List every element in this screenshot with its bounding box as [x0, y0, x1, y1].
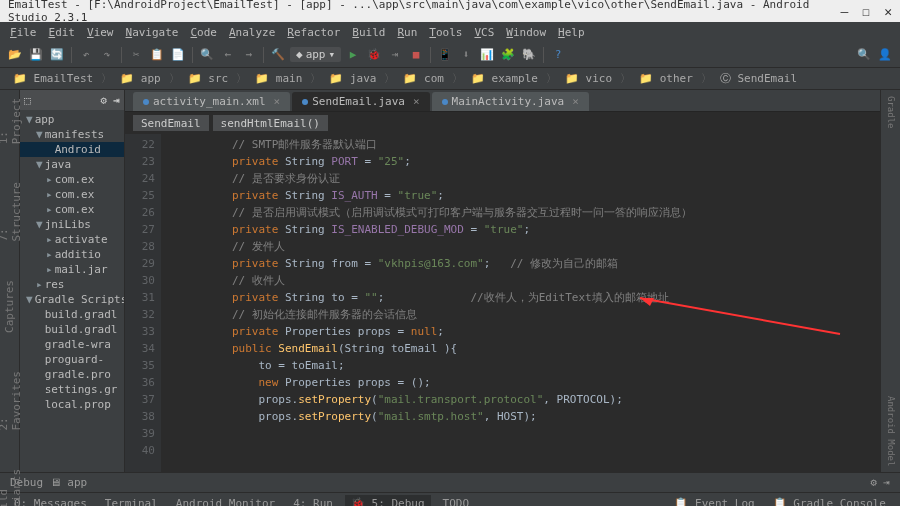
menu-vcs[interactable]: VCS — [470, 24, 498, 41]
menu-code[interactable]: Code — [186, 24, 221, 41]
bottom-tab[interactable]: Android Monitor — [170, 495, 281, 506]
bottom-tab[interactable]: 🐞 5: Debug — [345, 495, 431, 506]
menu-refactor[interactable]: Refactor — [283, 24, 344, 41]
menu-file[interactable]: File — [6, 24, 41, 41]
tree-node[interactable]: gradle.pro — [20, 367, 124, 382]
tool-favorites[interactable]: 2: Favorites — [0, 367, 23, 435]
project-header[interactable]: ⬚⚙ ⇥ — [20, 90, 124, 110]
sync2-icon[interactable]: 🐘 — [520, 46, 538, 64]
forward-icon[interactable]: → — [240, 46, 258, 64]
window-controls: — ☐ ✕ — [841, 4, 892, 19]
editor-tab[interactable]: SendEmail.java× — [292, 92, 429, 111]
bottom-tab[interactable]: 📋 Event Log — [668, 495, 760, 506]
bottom-tab[interactable]: 4: Run — [287, 495, 339, 506]
paste-icon[interactable]: 📄 — [169, 46, 187, 64]
build-icon[interactable]: 🔨 — [269, 46, 287, 64]
menu-window[interactable]: Window — [502, 24, 550, 41]
gear-icon[interactable]: ⚙ ⇥ — [870, 476, 890, 489]
stop-icon[interactable]: ■ — [407, 46, 425, 64]
close-tab-icon[interactable]: × — [572, 95, 579, 108]
help-icon[interactable]: ? — [549, 46, 567, 64]
tool-buildvariants[interactable]: Build Variants — [0, 465, 23, 506]
breadcrumb-item[interactable]: 📁 java — [326, 71, 379, 86]
menu-analyze[interactable]: Analyze — [225, 24, 279, 41]
crumb-item[interactable]: sendHtmlEmail() — [213, 115, 328, 131]
breadcrumb-item[interactable]: 📁 app — [117, 71, 164, 86]
code-area[interactable]: 22232425262728293031323334353637383940 /… — [125, 134, 880, 472]
attach-icon[interactable]: ⇥ — [386, 46, 404, 64]
menu-help[interactable]: Help — [554, 24, 589, 41]
redo-icon[interactable]: ↷ — [98, 46, 116, 64]
breadcrumb-item[interactable]: 📁 src — [185, 71, 232, 86]
tree-node[interactable]: ▸ res — [20, 277, 124, 292]
misc-icon[interactable]: 📊 — [478, 46, 496, 64]
tree-node[interactable]: ▼ jniLibs — [20, 217, 124, 232]
cut-icon[interactable]: ✂ — [127, 46, 145, 64]
copy-icon[interactable]: 📋 — [148, 46, 166, 64]
tree-node[interactable]: settings.gr — [20, 382, 124, 397]
breadcrumb-item[interactable]: 📁 main — [252, 71, 305, 86]
run-icon[interactable]: ▶ — [344, 46, 362, 64]
debug-icon[interactable]: 🐞 — [365, 46, 383, 64]
run-config-selector[interactable]: ◆ app ▾ — [290, 47, 341, 62]
tree-node[interactable]: gradle-wra — [20, 337, 124, 352]
tree-node[interactable]: ▸ com.ex — [20, 172, 124, 187]
close-tab-icon[interactable]: × — [274, 95, 281, 108]
tool-androidmodel[interactable]: Android Model — [886, 396, 896, 466]
bottom-tab[interactable]: Terminal — [99, 495, 164, 506]
menu-run[interactable]: Run — [393, 24, 421, 41]
close-tab-icon[interactable]: × — [413, 95, 420, 108]
back-icon[interactable]: ← — [219, 46, 237, 64]
tree-node[interactable]: ▸ additio — [20, 247, 124, 262]
breadcrumb-item[interactable]: 📁 vico — [562, 71, 615, 86]
breadcrumb-item[interactable]: 📁 example — [468, 71, 541, 86]
find-icon[interactable]: 🔍 — [198, 46, 216, 64]
sdk-icon[interactable]: ⬇ — [457, 46, 475, 64]
tree-node[interactable]: ▼ manifests — [20, 127, 124, 142]
tree-node[interactable]: Android — [20, 142, 124, 157]
crumb-item[interactable]: SendEmail — [133, 115, 209, 131]
tool-captures[interactable]: Captures — [3, 276, 16, 337]
tree-node[interactable]: ▼ java — [20, 157, 124, 172]
bottom-tab[interactable]: 📋 Gradle Console — [767, 495, 892, 506]
open-icon[interactable]: 📂 — [6, 46, 24, 64]
editor-tab[interactable]: MainActivity.java× — [432, 92, 589, 111]
tree-node[interactable]: ▼ app — [20, 112, 124, 127]
avd-icon[interactable]: 📱 — [436, 46, 454, 64]
undo-icon[interactable]: ↶ — [77, 46, 95, 64]
tool-project[interactable]: 1: Project — [0, 94, 23, 148]
breadcrumb-item[interactable]: Ⓒ SendEmail — [717, 70, 800, 87]
tree-node[interactable]: build.gradl — [20, 322, 124, 337]
tree-node[interactable]: ▸ com.ex — [20, 187, 124, 202]
maximize-icon[interactable]: ☐ — [862, 4, 870, 19]
tree-node[interactable]: ▸ activate — [20, 232, 124, 247]
code-lines[interactable]: // SMTP邮件服务器默认端口 private String PORT = "… — [161, 134, 880, 472]
breadcrumb-item[interactable]: 📁 other — [636, 71, 696, 86]
menu-build[interactable]: Build — [348, 24, 389, 41]
gear-icon[interactable]: ⚙ ⇥ — [100, 94, 120, 107]
menu-tools[interactable]: Tools — [425, 24, 466, 41]
search-everywhere-icon[interactable]: 🔍 — [855, 46, 873, 64]
menu-edit[interactable]: Edit — [45, 24, 80, 41]
tree-node[interactable]: ▸ mail.jar — [20, 262, 124, 277]
sync-icon[interactable]: 🔄 — [48, 46, 66, 64]
avatar-icon[interactable]: 👤 — [876, 46, 894, 64]
tree-node[interactable]: ▼ Gradle Scripts — [20, 292, 124, 307]
structure-icon[interactable]: 🧩 — [499, 46, 517, 64]
tree-node[interactable]: build.gradl — [20, 307, 124, 322]
breadcrumb-item[interactable]: 📁 com — [400, 71, 447, 86]
minimize-icon[interactable]: — — [841, 4, 849, 19]
menu-navigate[interactable]: Navigate — [122, 24, 183, 41]
tool-gradle[interactable]: Gradle — [886, 96, 896, 129]
tree-node[interactable]: proguard- — [20, 352, 124, 367]
bottom-tab[interactable]: TODO — [437, 495, 476, 506]
menu-view[interactable]: View — [83, 24, 118, 41]
save-icon[interactable]: 💾 — [27, 46, 45, 64]
editor-tab[interactable]: activity_main.xml× — [133, 92, 290, 111]
tree-node[interactable]: local.prop — [20, 397, 124, 412]
tree-node[interactable]: ▸ com.ex — [20, 202, 124, 217]
debug-header[interactable]: Debug 🖥 app ⚙ ⇥ — [0, 472, 900, 492]
breadcrumb-item[interactable]: 📁 EmailTest — [10, 71, 96, 86]
close-icon[interactable]: ✕ — [884, 4, 892, 19]
tool-structure[interactable]: 7: Structure — [0, 178, 23, 246]
